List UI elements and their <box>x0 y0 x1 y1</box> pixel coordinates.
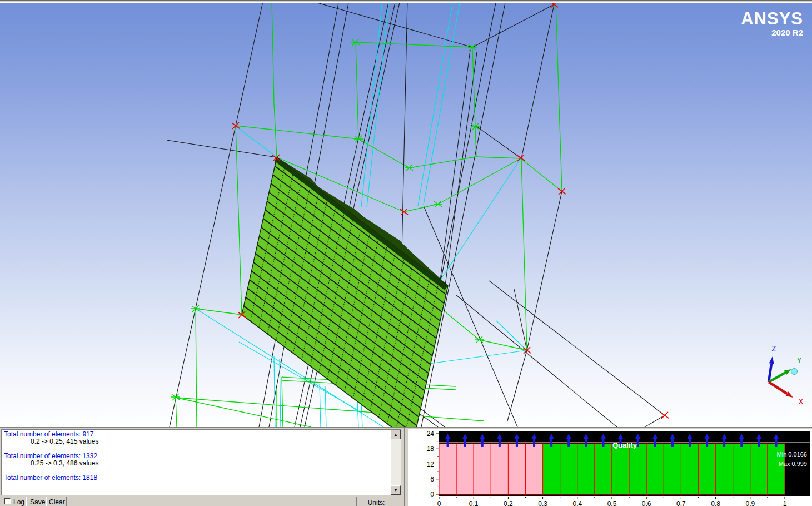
histogram-bar[interactable] <box>560 444 577 494</box>
ansys-release-text: 2020 R2 <box>741 28 803 37</box>
histogram-bar[interactable] <box>699 444 716 494</box>
quality-histogram[interactable]: QualityMin 0.0166Max 0.9990612182400.10.… <box>408 429 812 506</box>
bottom-panel: Total number of elements: 9170.2 -> 0.25… <box>0 427 812 506</box>
x-tick-label: 1 <box>783 500 787 506</box>
meshed-plate[interactable] <box>242 157 448 427</box>
log-line-range-detail: 0.25 -> 0.3, 486 values <box>4 460 388 467</box>
histogram-bar[interactable] <box>612 444 629 494</box>
log-line-elements-total: Total number of elements: 1818 <box>4 474 388 482</box>
ansys-logo: ANSYS 2020 R2 <box>741 11 803 37</box>
histogram-bar[interactable] <box>681 444 698 494</box>
scroll-up-button[interactable]: ▲ <box>391 430 401 439</box>
quality-histogram-panel: QualityMin 0.0166Max 0.9990612182400.10.… <box>408 429 812 506</box>
toolbar-separator <box>26 497 27 506</box>
x-tick-label: 0.9 <box>745 500 755 506</box>
histogram-bar[interactable] <box>646 444 664 494</box>
y-tick-label: 12 <box>427 460 435 468</box>
ansys-brand-text: ANSYS <box>741 11 803 27</box>
x-axis-ticks <box>439 497 785 499</box>
toolbar-separator <box>66 497 67 506</box>
ansys-meshing-window: ZYX ANSYS 2020 R2 Total number of elemen… <box>0 0 812 506</box>
scroll-down-button[interactable]: ▼ <box>391 485 401 495</box>
x-tick-label: 0.5 <box>607 500 617 506</box>
histogram-bar[interactable] <box>733 444 750 494</box>
histogram-bar[interactable] <box>577 444 595 494</box>
log-checkbox-label[interactable]: Log <box>13 498 24 506</box>
panel-splitter[interactable] <box>404 428 406 506</box>
toolbar-separator <box>46 497 47 506</box>
histogram-min-label: Min 0.0166 <box>777 451 807 458</box>
histogram-max-label: Max 0.999 <box>779 460 807 467</box>
histogram-bar[interactable] <box>750 444 768 494</box>
y-tick-label: 6 <box>430 475 434 483</box>
y-tick-label: 0 <box>430 490 434 498</box>
histogram-bar[interactable] <box>629 444 646 494</box>
triad-axis-label-x: X <box>799 397 804 406</box>
y-axis-ticks <box>436 434 439 494</box>
message-toolbar: Log Save Clear Units: meters <box>0 497 403 506</box>
histogram-bar[interactable] <box>664 444 681 494</box>
save-button[interactable]: Save <box>30 498 45 506</box>
message-list: Total number of elements: 9170.2 -> 0.25… <box>4 431 388 482</box>
x-tick-label: 0.3 <box>538 500 547 506</box>
units-status: Units: meters <box>356 497 396 506</box>
x-tick-label: 0 <box>437 500 441 506</box>
x-tick-label: 0.4 <box>572 500 582 506</box>
x-tick-label: 0.1 <box>469 500 479 506</box>
log-checkbox[interactable] <box>4 498 11 504</box>
mesh-scene-canvas[interactable]: ZYX <box>0 3 812 427</box>
histogram-bar[interactable] <box>439 444 456 494</box>
graphics-viewport-3d[interactable]: ZYX ANSYS 2020 R2 <box>0 3 812 427</box>
clear-button[interactable]: Clear <box>49 498 65 506</box>
triad-iso-sphere[interactable] <box>791 369 798 375</box>
y-tick-label: 24 <box>427 430 435 438</box>
histogram-bar[interactable] <box>474 444 491 494</box>
histogram-bars[interactable] <box>439 444 785 494</box>
message-scrollbar[interactable]: ▲ ▼ <box>391 430 401 495</box>
y-tick-label: 18 <box>427 445 435 453</box>
histogram-bar[interactable] <box>456 444 474 494</box>
histogram-bar[interactable] <box>543 444 560 494</box>
histogram-bar[interactable] <box>595 444 612 494</box>
orientation-triad[interactable]: ZYX <box>769 344 804 406</box>
x-tick-label: 0.6 <box>642 500 651 506</box>
x-tick-label: 0.8 <box>711 500 720 506</box>
message-log-panel: Total number of elements: 9170.2 -> 0.25… <box>1 429 401 495</box>
histogram-bar[interactable] <box>526 444 543 494</box>
histogram-bar[interactable] <box>716 444 733 494</box>
histogram-title: Quality <box>612 441 637 449</box>
x-tick-label: 0.2 <box>504 500 513 506</box>
histogram-bar[interactable] <box>508 444 525 494</box>
histogram-bar[interactable] <box>491 444 508 494</box>
log-line-range-detail: 0.2 -> 0.25, 415 values <box>4 438 388 445</box>
triad-axis-label-y: Y <box>797 356 802 365</box>
triad-axis-label-z: Z <box>771 344 776 353</box>
x-tick-label: 0.7 <box>676 500 686 506</box>
